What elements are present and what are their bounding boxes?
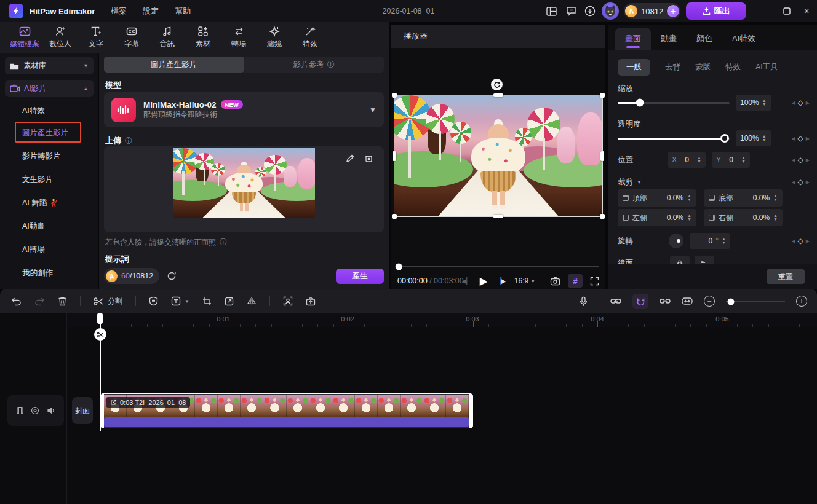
play-icon[interactable]: ▶ bbox=[480, 275, 488, 288]
position-x-box[interactable]: X0▲▼ bbox=[668, 152, 706, 168]
crop-left-field[interactable]: 左側 0.0% ▲▼ bbox=[618, 209, 696, 226]
sidebar-item-ai-animation[interactable]: AI動畫 bbox=[22, 221, 45, 232]
selection-handle-se[interactable] bbox=[600, 214, 605, 219]
next-frame-icon[interactable]: ▕▶ bbox=[496, 277, 506, 285]
menu-help[interactable]: 幫助 bbox=[175, 6, 191, 17]
model-selector[interactable]: MiniMax-Hailuo-02 NEW 配備頂級指令跟隨技術 ▼ bbox=[104, 92, 384, 127]
opacity-slider[interactable] bbox=[618, 135, 730, 143]
crop-top-field[interactable]: 頂部 0.0% ▲▼ bbox=[618, 189, 696, 207]
download-icon[interactable] bbox=[583, 4, 597, 18]
stepper-arrows[interactable]: ▲▼ bbox=[687, 214, 691, 221]
upload-dropzone[interactable] bbox=[104, 146, 384, 232]
selection-handle-sw[interactable] bbox=[392, 214, 397, 219]
voiceover-mic-icon[interactable] bbox=[580, 296, 588, 307]
sidebar-item-text-to-video[interactable]: 文生影片 bbox=[22, 175, 53, 185]
scale-keyframe-controls[interactable]: ◀◇▶ bbox=[791, 98, 810, 107]
feedback-chat-icon[interactable] bbox=[564, 4, 578, 18]
link-clips-icon[interactable] bbox=[610, 297, 621, 305]
sidebar-item-image-to-video[interactable]: 圖片產生影片 bbox=[22, 128, 68, 138]
freeze-frame-icon[interactable] bbox=[149, 296, 158, 306]
ribbon-transitions[interactable]: 轉場 bbox=[224, 24, 253, 51]
redo-icon[interactable] bbox=[34, 297, 45, 306]
ribbon-subtitles[interactable]: 字幕 bbox=[117, 24, 146, 51]
stepper-arrows[interactable]: ▲▼ bbox=[687, 194, 691, 202]
tab-picture[interactable]: 畫面 bbox=[615, 28, 651, 50]
stepper-arrows[interactable]: ▲▼ bbox=[773, 214, 778, 221]
reset-button[interactable]: 重置 bbox=[767, 269, 805, 284]
layout-panels-icon[interactable] bbox=[544, 4, 559, 18]
timeline-clip[interactable]: 0:03 T2I_2026_01_08 bbox=[100, 393, 473, 428]
previous-frame-icon[interactable]: ◀▏ bbox=[461, 277, 472, 285]
chevron-down-icon[interactable]: ▼ bbox=[637, 179, 642, 185]
stepper-arrows[interactable]: ▲▼ bbox=[722, 237, 726, 245]
crop-bottom-field[interactable]: 底部 0.0% ▲▼ bbox=[704, 189, 783, 207]
unlink-clips-icon[interactable] bbox=[660, 297, 671, 305]
opacity-keyframe-controls[interactable]: ◀◇▶ bbox=[791, 134, 810, 143]
subtab-mask[interactable]: 蒙版 bbox=[695, 62, 711, 73]
tab-video-reference[interactable]: 影片參考 ⓘ bbox=[244, 57, 385, 73]
text-tool-icon[interactable]: ▼ bbox=[171, 296, 189, 306]
delete-icon[interactable] bbox=[58, 296, 67, 306]
cover-button[interactable]: 封面 bbox=[72, 397, 93, 424]
position-y-box[interactable]: Y0▲▼ bbox=[712, 152, 750, 168]
timeline-zoom-in-icon[interactable]: + bbox=[796, 296, 807, 307]
selection-handle-e[interactable] bbox=[600, 151, 604, 161]
opacity-value-box[interactable]: 100%▲▼ bbox=[736, 130, 771, 146]
rotate-knob[interactable] bbox=[669, 234, 683, 248]
rotate-value-box[interactable]: 0°▲▼ bbox=[690, 233, 730, 249]
fit-timeline-icon[interactable] bbox=[682, 297, 693, 305]
timeline-zoom-out-icon[interactable]: − bbox=[704, 296, 715, 307]
sidebar-item-ai-dance[interactable]: AI 舞蹈 bbox=[22, 198, 57, 208]
ribbon-avatar-human[interactable]: 數位人 bbox=[46, 24, 75, 51]
selection-handle-nw[interactable] bbox=[392, 93, 397, 98]
crop-right-field[interactable]: 右側 0.0% ▲▼ bbox=[704, 209, 783, 226]
rotate-keyframe-controls[interactable]: ◀◇▶ bbox=[791, 237, 810, 245]
subtab-ai-tools[interactable]: AI工具 bbox=[755, 62, 778, 73]
hide-track-icon[interactable] bbox=[31, 406, 39, 415]
ribbon-audio[interactable]: 音訊 bbox=[153, 24, 182, 51]
crop-keyframe-controls[interactable]: ◀◇▶ bbox=[791, 178, 810, 186]
progress-knob[interactable] bbox=[396, 263, 402, 270]
selection-handle-w[interactable] bbox=[393, 151, 396, 161]
library-dropdown[interactable]: 素材庫 ▼ bbox=[5, 57, 94, 74]
ribbon-media[interactable]: 媒體檔案 bbox=[10, 24, 39, 51]
tab-color[interactable]: 顏色 bbox=[687, 28, 722, 50]
subtab-effects[interactable]: 特效 bbox=[725, 62, 741, 73]
mute-track-icon[interactable] bbox=[47, 406, 55, 415]
menu-file[interactable]: 檔案 bbox=[111, 6, 127, 17]
mirror-tool-icon[interactable] bbox=[247, 297, 257, 305]
user-avatar[interactable] bbox=[602, 2, 619, 20]
grid-overlay-icon[interactable]: # bbox=[568, 274, 583, 288]
rotate-handle-icon[interactable] bbox=[491, 79, 503, 90]
split-button[interactable]: 分割 bbox=[94, 296, 122, 307]
menu-settings[interactable]: 設定 bbox=[143, 6, 159, 17]
edit-image-icon[interactable] bbox=[345, 152, 356, 163]
stepper-arrows[interactable]: ▲▼ bbox=[762, 135, 767, 142]
stepper-arrows[interactable]: ▲▼ bbox=[741, 156, 746, 163]
snapshot-camera-icon[interactable] bbox=[550, 277, 560, 286]
magnet-snap-icon[interactable] bbox=[632, 294, 648, 309]
extract-frame-icon[interactable] bbox=[306, 297, 316, 306]
generate-button[interactable]: 產生 bbox=[336, 269, 384, 284]
stepper-arrows[interactable]: ▲▼ bbox=[697, 156, 701, 163]
playhead-handle[interactable] bbox=[97, 313, 103, 324]
scale-tool-icon[interactable] bbox=[225, 297, 234, 306]
close-button[interactable]: × bbox=[796, 0, 817, 22]
sidebar-item-ai-transition[interactable]: AI轉場 bbox=[22, 245, 45, 255]
aspect-ratio-dropdown[interactable]: 16:9▼ bbox=[514, 277, 535, 285]
ribbon-text[interactable]: 文字 bbox=[81, 24, 111, 51]
sidebar-item-video-to-video[interactable]: 影片轉影片 bbox=[22, 151, 61, 162]
maximize-button[interactable] bbox=[776, 0, 797, 22]
export-button[interactable]: 匯出 bbox=[686, 2, 746, 20]
timeline-zoom-slider[interactable] bbox=[726, 298, 785, 304]
sidebar-item-my-creations[interactable]: 我的創作 bbox=[22, 268, 53, 278]
playback-progress-bar[interactable] bbox=[397, 266, 599, 267]
scale-value-box[interactable]: 100%▲▼ bbox=[736, 95, 771, 111]
ribbon-filters[interactable]: 濾鏡 bbox=[260, 24, 289, 51]
video-preview[interactable] bbox=[394, 95, 602, 216]
selection-handle-n[interactable] bbox=[493, 93, 503, 97]
stepper-arrows[interactable]: ▲▼ bbox=[762, 99, 767, 106]
tab-ai-effects[interactable]: AI特效 bbox=[722, 28, 765, 50]
fullscreen-icon[interactable] bbox=[590, 277, 599, 286]
stepper-arrows[interactable]: ▲▼ bbox=[773, 194, 778, 202]
